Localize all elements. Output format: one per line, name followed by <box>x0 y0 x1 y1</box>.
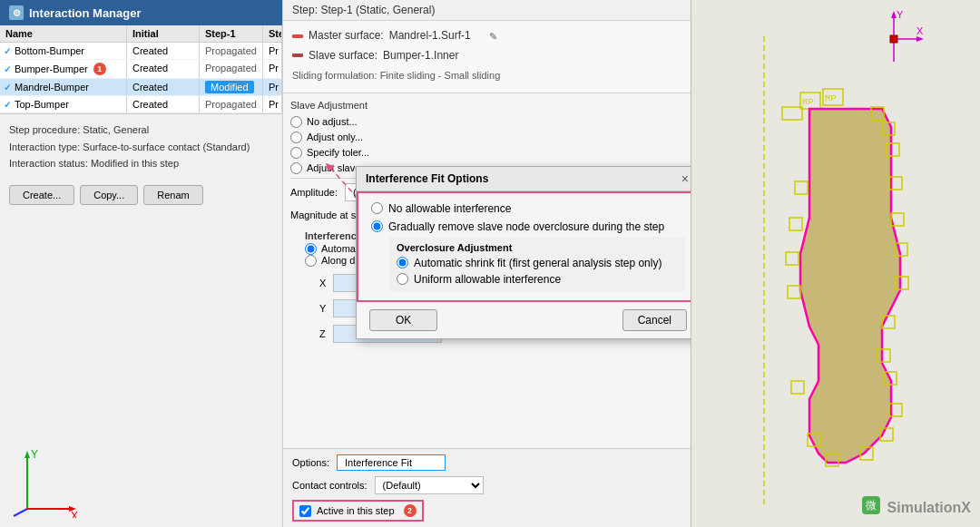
svg-text:✎: ✎ <box>489 31 497 42</box>
controls-row: Contact controls: (Default) <box>292 476 681 494</box>
popup-titlebar: Interference Fit Options × <box>357 167 691 191</box>
master-surface-row: Master surface: Mandrel-1.Surf-1 ✎ <box>292 26 681 46</box>
svg-rect-40 <box>795 181 808 194</box>
popup-opt1-label: No allowable interference <box>388 202 511 215</box>
svg-rect-41 <box>782 107 802 120</box>
check-icon: ✓ <box>4 83 11 93</box>
popup-opt2[interactable]: Gradually remove slave node overclosure … <box>371 220 685 233</box>
svg-text:X: X <box>71 510 78 518</box>
3d-model: RP RP <box>737 36 964 508</box>
adj-opt3[interactable]: Specify toler... <box>290 147 683 159</box>
app-icon: ⚙ <box>9 5 24 20</box>
interference-fit-popup: Interference Fit Options × No allowable … <box>356 166 691 339</box>
row3-rest: Pr <box>263 79 282 95</box>
adj-radio3[interactable] <box>290 147 302 159</box>
adj-radio1[interactable] <box>290 116 302 128</box>
popup-close-button[interactable]: × <box>680 171 691 186</box>
table-row[interactable]: ✓ Top-Bumper Created Propagated Pr <box>0 96 282 113</box>
row2-rest: Pr <box>263 60 282 78</box>
row1-name: ✓ Bottom-Bumper <box>0 43 127 59</box>
popup-title: Interference Fit Options <box>366 172 488 185</box>
rename-button[interactable]: Renam <box>143 185 202 205</box>
step-bar: Step: Step-1 (Static, General) <box>283 0 691 21</box>
row4-rest: Pr <box>263 96 282 112</box>
popup-ok-row: OK Cancel <box>357 302 691 338</box>
row1-initial: Created <box>127 43 200 59</box>
z-label: Z <box>319 328 326 339</box>
y-label: Y <box>319 303 326 314</box>
active-in-step-row: Active in this step 2 <box>292 500 424 522</box>
row1-step1: Propagated <box>200 43 263 59</box>
row2-name: ✓ Bumper-Bumper 1 <box>0 60 127 78</box>
popup-radio1[interactable] <box>371 202 383 214</box>
create-button[interactable]: Create... <box>9 185 74 205</box>
title-bar: ⚙ Interaction Manager <box>0 0 282 25</box>
amplitude-label: Amplitude: <box>290 187 338 198</box>
row2-initial: Created <box>127 60 200 78</box>
row4-name: ✓ Top-Bumper <box>0 96 127 112</box>
popup-body: No allowable interference Gradually remo… <box>357 191 691 302</box>
slave-surface-row: Slave surface: Bumper-1.Inner <box>292 46 681 66</box>
right-panel: Y X RP RP <box>691 0 980 527</box>
sub-opt1-label: Automatic shrink fit (first general anal… <box>414 257 662 269</box>
popup-opt1[interactable]: No allowable interference <box>371 202 685 215</box>
popup-radio2[interactable] <box>371 220 383 232</box>
svg-text:X: X <box>916 25 924 36</box>
info-section: Step procedure: Static, General Interact… <box>0 114 282 180</box>
table-row-selected[interactable]: ✓ Mandrel-Bumper Created Modified Pr <box>0 79 282 96</box>
scroll-area[interactable]: Slave Adjustment No adjust... Adjust onl… <box>283 93 691 448</box>
row1-rest: Pr <box>263 43 282 59</box>
svg-text:Y: Y <box>31 448 38 461</box>
middle-panel: Step: Step-1 (Static, General) Master su… <box>283 0 691 527</box>
badge-1: 1 <box>93 63 106 75</box>
bottom-bar: Options: Interference Fit Contact contro… <box>283 448 691 527</box>
badge-2: 2 <box>404 504 416 517</box>
svg-rect-38 <box>786 252 799 265</box>
adj-radio4[interactable] <box>290 162 302 174</box>
interaction-table: Name Initial Step-1 Ste ✓ Bottom-Bumper … <box>0 25 282 114</box>
col-step1: Step-1 <box>200 25 263 42</box>
edit-icon: ✎ <box>487 28 520 44</box>
controls-label: Contact controls: <box>292 480 368 491</box>
options-input[interactable]: Interference Fit <box>337 454 446 471</box>
svg-text:RP: RP <box>802 97 814 106</box>
active-label: Active in this step <box>317 505 395 516</box>
svg-text:RP: RP <box>825 93 837 102</box>
col-rest: Ste <box>263 25 282 42</box>
copy-button[interactable]: Copy... <box>80 185 138 205</box>
row4-step1: Propagated <box>200 96 263 112</box>
controls-select[interactable]: (Default) <box>375 476 484 494</box>
active-checkbox[interactable] <box>299 505 311 517</box>
action-buttons: Create... Copy... Renam <box>0 180 282 210</box>
popup-cancel-button[interactable]: Cancel <box>622 309 687 331</box>
overclosure-label: Overclosure Adjustment <box>397 242 678 253</box>
svg-rect-37 <box>788 286 800 298</box>
sub-opt2[interactable]: Uniform allowable interference <box>397 273 678 286</box>
svg-rect-36 <box>791 381 804 394</box>
sub-opt2-label: Uniform allowable interference <box>414 273 561 286</box>
options-row: Options: Interference Fit <box>292 454 681 471</box>
sub-opt1[interactable]: Automatic shrink fit (first general anal… <box>397 257 678 269</box>
wechat-icon: 微 <box>862 496 880 514</box>
along-dir-input[interactable] <box>305 255 317 267</box>
popup-ok-button[interactable]: OK <box>369 309 437 331</box>
table-row[interactable]: ✓ Bottom-Bumper Created Propagated Pr <box>0 43 282 60</box>
sub-radio2[interactable] <box>397 273 408 285</box>
row2-step1: Propagated <box>200 60 263 78</box>
coordinate-axes: Y X <box>9 445 82 518</box>
adj-opt1[interactable]: No adjust... <box>290 116 683 128</box>
row3-initial: Created <box>127 79 200 95</box>
adj-radio2[interactable] <box>290 132 302 143</box>
row4-initial: Created <box>127 96 200 112</box>
overclosure-adjustment: Overclosure Adjustment Automatic shrink … <box>389 237 685 291</box>
axes-area: Y X <box>0 210 282 527</box>
adj-opt2[interactable]: Adjust only... <box>290 132 683 143</box>
col-initial: Initial <box>127 25 200 42</box>
sub-radio1[interactable] <box>397 257 408 268</box>
left-panel: ⚙ Interaction Manager Name Initial Step-… <box>0 0 283 527</box>
row3-step1: Modified <box>200 79 263 95</box>
auto-dir-input[interactable] <box>305 243 317 255</box>
table-row[interactable]: ✓ Bumper-Bumper 1 Created Propagated Pr <box>0 60 282 79</box>
options-label: Options: <box>292 457 329 468</box>
svg-rect-39 <box>789 218 802 230</box>
